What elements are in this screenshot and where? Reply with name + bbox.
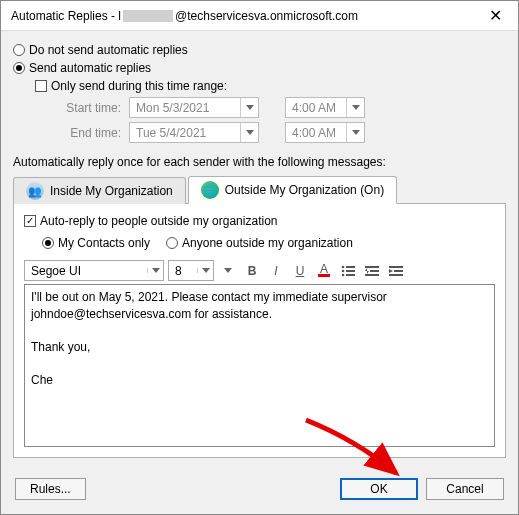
radio-icon bbox=[42, 237, 54, 249]
font-family-value: Segoe UI bbox=[25, 264, 147, 278]
font-size-value: 8 bbox=[169, 264, 197, 278]
start-date-value: Mon 5/3/2021 bbox=[130, 101, 240, 115]
svg-marker-11 bbox=[389, 269, 393, 273]
chevron-down-icon bbox=[147, 268, 163, 273]
underline-button[interactable]: U bbox=[290, 261, 310, 281]
end-time-row: End time: Tue 5/4/2021 4:00 AM bbox=[57, 122, 506, 143]
svg-rect-6 bbox=[365, 266, 379, 268]
people-icon: 👥 bbox=[26, 182, 44, 200]
font-size-combo[interactable]: 8 bbox=[168, 260, 214, 281]
tab-outside[interactable]: 🌐 Outside My Organization (On) bbox=[188, 176, 397, 204]
rules-button[interactable]: Rules... bbox=[15, 478, 86, 500]
chevron-down-icon bbox=[197, 268, 213, 273]
chevron-down-icon bbox=[240, 123, 258, 142]
editor-toolbar: Segoe UI 8 B I U A bbox=[24, 260, 495, 281]
ok-button[interactable]: OK bbox=[340, 478, 418, 500]
tab-label: Outside My Organization (On) bbox=[225, 183, 384, 197]
start-time-combo[interactable]: 4:00 AM bbox=[285, 97, 365, 118]
option-label: Anyone outside my organization bbox=[182, 236, 353, 250]
radio-icon bbox=[13, 62, 25, 74]
svg-rect-1 bbox=[346, 266, 355, 268]
svg-rect-5 bbox=[346, 274, 355, 276]
checkbox-icon bbox=[35, 80, 47, 92]
end-time-combo[interactable]: 4:00 AM bbox=[285, 122, 365, 143]
dialog-footer: Rules... OK Cancel bbox=[1, 468, 518, 514]
radio-icon bbox=[166, 237, 178, 249]
message-line: Che bbox=[31, 372, 488, 389]
chevron-down-icon bbox=[346, 123, 364, 142]
svg-rect-3 bbox=[346, 270, 355, 272]
check-label: Auto-reply to people outside my organiza… bbox=[40, 214, 277, 228]
svg-point-4 bbox=[342, 273, 345, 276]
message-editor[interactable]: I'll be out on May 5, 2021. Please conta… bbox=[24, 284, 495, 447]
start-time-value: 4:00 AM bbox=[286, 101, 346, 115]
option-label: Only send during this time range: bbox=[51, 79, 227, 93]
cancel-button[interactable]: Cancel bbox=[426, 478, 504, 500]
svg-rect-10 bbox=[389, 266, 403, 268]
message-line: johndoe@techservicesva.com for assistanc… bbox=[31, 306, 488, 323]
bold-button[interactable]: B bbox=[242, 261, 262, 281]
chevron-down-icon bbox=[346, 98, 364, 117]
end-time-value: 4:00 AM bbox=[286, 126, 346, 140]
svg-rect-9 bbox=[365, 274, 379, 276]
section-heading: Automatically reply once for each sender… bbox=[13, 155, 506, 169]
indent-button[interactable] bbox=[386, 261, 406, 281]
auto-reply-outside-check[interactable]: Auto-reply to people outside my organiza… bbox=[24, 214, 495, 228]
end-date-value: Tue 5/4/2021 bbox=[130, 126, 240, 140]
title-suffix: @techservicesva.onmicrosoft.com bbox=[175, 9, 358, 23]
italic-button[interactable]: I bbox=[266, 261, 286, 281]
checkbox-icon bbox=[24, 215, 36, 227]
option-label: Send automatic replies bbox=[29, 61, 151, 75]
titlebar: Automatic Replies - l@techservicesva.onm… bbox=[1, 1, 518, 31]
chevron-down-icon bbox=[240, 98, 258, 117]
chevron-down-icon[interactable] bbox=[218, 261, 238, 281]
tab-outside-panel: Auto-reply to people outside my organiza… bbox=[13, 204, 506, 458]
radio-icon bbox=[13, 44, 25, 56]
start-time-label: Start time: bbox=[57, 101, 121, 115]
svg-rect-8 bbox=[370, 270, 379, 272]
option-send[interactable]: Send automatic replies bbox=[13, 61, 506, 75]
outdent-button[interactable] bbox=[362, 261, 382, 281]
bullet-list-button[interactable] bbox=[338, 261, 358, 281]
svg-rect-13 bbox=[389, 274, 403, 276]
option-label: My Contacts only bbox=[58, 236, 150, 250]
option-time-range[interactable]: Only send during this time range: bbox=[35, 79, 506, 93]
end-time-label: End time: bbox=[57, 126, 121, 140]
svg-point-2 bbox=[342, 269, 345, 272]
message-line: I'll be out on May 5, 2021. Please conta… bbox=[31, 289, 488, 306]
window-title: Automatic Replies - l@techservicesva.onm… bbox=[11, 9, 476, 23]
message-line: Thank you, bbox=[31, 339, 488, 356]
svg-rect-12 bbox=[394, 270, 403, 272]
svg-point-0 bbox=[342, 265, 345, 268]
close-button[interactable]: ✕ bbox=[476, 2, 514, 30]
option-contacts-only[interactable]: My Contacts only bbox=[42, 236, 150, 250]
option-anyone[interactable]: Anyone outside my organization bbox=[166, 236, 353, 250]
font-family-combo[interactable]: Segoe UI bbox=[24, 260, 164, 281]
tab-inside[interactable]: 👥 Inside My Organization bbox=[13, 177, 186, 204]
svg-marker-7 bbox=[365, 268, 369, 274]
start-date-combo[interactable]: Mon 5/3/2021 bbox=[129, 97, 259, 118]
option-label: Do not send automatic replies bbox=[29, 43, 188, 57]
tab-bar: 👥 Inside My Organization 🌐 Outside My Or… bbox=[13, 175, 506, 204]
scope-radio-group: My Contacts only Anyone outside my organ… bbox=[42, 234, 495, 252]
tab-label: Inside My Organization bbox=[50, 184, 173, 198]
globe-icon: 🌐 bbox=[201, 181, 219, 199]
dialog-body: Do not send automatic replies Send autom… bbox=[1, 31, 518, 468]
redacted-name bbox=[123, 10, 173, 22]
font-color-button[interactable]: A bbox=[314, 261, 334, 281]
title-prefix: Automatic Replies - l bbox=[11, 9, 121, 23]
start-time-row: Start time: Mon 5/3/2021 4:00 AM bbox=[57, 97, 506, 118]
end-date-combo[interactable]: Tue 5/4/2021 bbox=[129, 122, 259, 143]
option-do-not-send[interactable]: Do not send automatic replies bbox=[13, 43, 506, 57]
